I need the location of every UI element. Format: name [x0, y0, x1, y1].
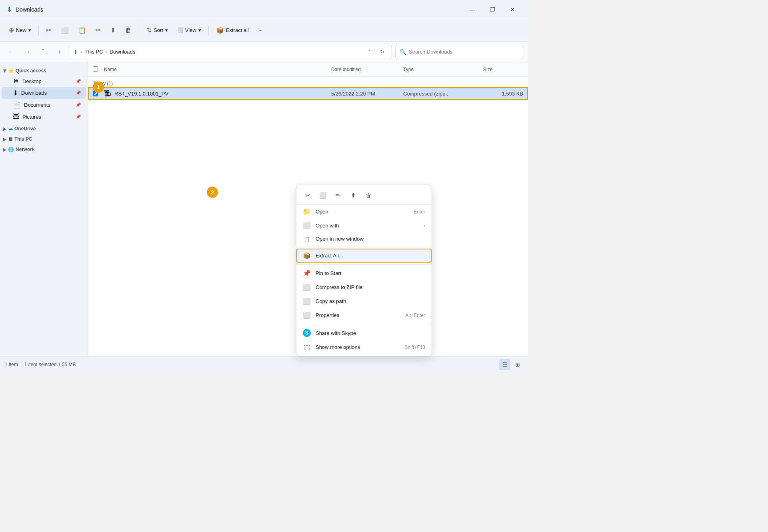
sort-icon: ⇅ [146, 26, 152, 34]
thispc-header[interactable]: ▶ 🖥 This PC [0, 135, 88, 143]
ctx-copypath-item[interactable]: ⬜ Copy as path [296, 294, 432, 308]
ctx-pintostart-item[interactable]: 📌 Pin to Start [296, 266, 432, 280]
ctx-properties-item[interactable]: ⬜ Properties Alt+Enter [296, 308, 432, 322]
select-all-check[interactable] [93, 66, 104, 73]
ctx-extractall-item[interactable]: 📦 Extract All... [296, 249, 432, 263]
address-dropdown-button[interactable]: ˅ [364, 46, 375, 58]
address-downloads: Downloads [110, 49, 135, 55]
status-bar: 1 item 1 item selected 1.55 MB ☰ ⊞ [0, 356, 528, 372]
onedrive-group: ▶ ☁ OneDrive [0, 124, 88, 134]
ctx-moreoptions-item[interactable]: ⬚ Show more options Shift+F10 [296, 340, 432, 354]
ctx-copy-button[interactable]: ⬜ [316, 189, 330, 202]
refresh-button[interactable]: ↻ [376, 46, 388, 58]
ctx-openwith-arrow: › [424, 223, 425, 229]
desktop-icon: 🖥 [13, 78, 19, 85]
ctx-compresszip-label: Compress to ZIP file [316, 284, 425, 290]
new-label: New [16, 27, 26, 33]
paste-icon: 📋 [78, 27, 86, 34]
quick-access-header[interactable]: ▶ ⭐ Quick access [0, 66, 88, 75]
ctx-compresszip-item[interactable]: ⬜ Compress to ZIP file [296, 280, 432, 294]
up-button[interactable]: ↑ [53, 46, 66, 58]
view-arrow-icon: ▾ [198, 27, 201, 33]
context-menu: ✂ ⬜ ✏ ⬆ 🗑 📁 Open Enter ⬜ Open with › [296, 185, 432, 356]
sidebar-item-downloads[interactable]: ⬇ Downloads 📌 [2, 87, 86, 99]
ctx-extract-icon: 📦 [303, 252, 311, 259]
sidebar-item-desktop[interactable]: 🖥 Desktop 📌 [2, 76, 86, 87]
close-button[interactable]: ✕ [503, 3, 522, 16]
sidebar-item-pictures[interactable]: 🖼 Pictures 📌 [2, 111, 86, 122]
ctx-open-icon: 📁 [303, 208, 311, 215]
onedrive-header[interactable]: ▶ ☁ OneDrive [0, 124, 88, 133]
ctx-opennew-item[interactable]: ⬚ Open in new window [296, 233, 432, 245]
cut-button[interactable]: ✂ [42, 24, 55, 36]
more-options-button[interactable]: ··· [254, 25, 267, 35]
copy-icon: ⬜ [61, 26, 69, 34]
sidebar: ▶ ⭐ Quick access 🖥 Desktop 📌 ⬇ Downloads… [0, 62, 88, 356]
view-icon: ☰ [178, 26, 183, 34]
network-group: ▶ 🌐 Network [0, 144, 88, 155]
content-area: Name Date modified Type Size Today (1) 🗜… [88, 62, 528, 356]
ctx-moreoptions-label: Show more options [316, 344, 400, 350]
context-menu-toolbar: ✂ ⬜ ✏ ⬆ 🗑 [296, 187, 432, 205]
tiles-view-button[interactable]: ⊞ [512, 359, 523, 370]
ctx-share-button[interactable]: ⬆ [346, 189, 360, 202]
title-bar-controls: — ❐ ✕ [463, 3, 522, 16]
extract-label: Extract all [226, 27, 249, 33]
rename-button[interactable]: ✏ [92, 24, 105, 36]
badge-2: 2 [207, 187, 218, 198]
network-header[interactable]: ▶ 🌐 Network [0, 145, 88, 154]
cut-icon: ✂ [46, 26, 51, 34]
forward-button[interactable]: → [21, 46, 34, 58]
details-view-button[interactable]: ☰ [499, 359, 510, 370]
address-breadcrumb-sep-1: › [106, 49, 107, 55]
ctx-open-item[interactable]: 📁 Open Enter [296, 205, 432, 219]
sort-button[interactable]: ⇅ Sort ▾ [142, 24, 172, 36]
quick-access-icon: ⭐ [8, 68, 14, 74]
sidebar-item-documents[interactable]: 📄 Documents 📌 [2, 99, 86, 111]
view-button[interactable]: ☰ View ▾ [174, 24, 205, 36]
title-bar: ⬇ Downloads — ❐ ✕ [0, 0, 528, 19]
ctx-delete-button[interactable]: 🗑 [361, 189, 376, 202]
share-button[interactable]: ⬆ [106, 24, 120, 36]
select-all-checkbox[interactable] [93, 66, 98, 72]
ctx-opennew-icon: ⬚ [303, 236, 311, 242]
ctx-skype-item[interactable]: S Share with Skype [296, 326, 432, 340]
downloads-sidebar-icon: ⬇ [13, 89, 18, 97]
downloads-pin-icon: 📌 [76, 90, 81, 96]
search-input[interactable] [409, 49, 519, 55]
toolbar-divider-2 [139, 25, 139, 36]
col-size-header: Size [483, 67, 523, 72]
extract-all-button[interactable]: 📦 Extract all [212, 24, 253, 36]
downloads-icon: ⬇ [6, 5, 12, 14]
documents-pin-icon: 📌 [76, 102, 81, 108]
copy-button[interactable]: ⬜ [57, 24, 73, 36]
ctx-copypath-icon: ⬜ [303, 297, 311, 305]
sort-arrow-icon: ▾ [165, 27, 168, 33]
recent-button[interactable]: ˅ [37, 46, 50, 58]
maximize-button[interactable]: ❐ [483, 3, 502, 16]
paste-button[interactable]: 📋 [74, 25, 90, 36]
pictures-icon: 🖼 [13, 113, 19, 120]
ctx-cut-button[interactable]: ✂ [300, 189, 315, 202]
search-box[interactable]: 🔍 [395, 45, 523, 59]
thispc-expand-icon: ▶ [3, 137, 6, 141]
back-button[interactable]: ← [5, 46, 18, 58]
search-icon: 🔍 [400, 49, 406, 55]
ctx-open-label: Open [316, 209, 409, 215]
status-item-count: 1 item [5, 362, 18, 367]
delete-button[interactable]: 🗑 [121, 25, 136, 36]
ctx-openwith-item[interactable]: ⬜ Open with › [296, 219, 432, 233]
file-item-rst[interactable]: 🗜 RST_V19.1.0.1001_PV 5/26/2022 2:20 PM … [88, 87, 528, 100]
ctx-rename-button[interactable]: ✏ [331, 189, 345, 202]
title-bar-left: ⬇ Downloads [6, 5, 43, 14]
ctx-skype-icon: S [303, 329, 311, 337]
onedrive-label: OneDrive [14, 126, 36, 132]
main-layout: ▶ ⭐ Quick access 🖥 Desktop 📌 ⬇ Downloads… [0, 62, 528, 356]
address-breadcrumb-sep-0: › [80, 49, 82, 55]
col-date-header: Date modified [331, 67, 403, 72]
address-bar[interactable]: ⬇ › This PC › Downloads ˅ ↻ [69, 45, 392, 59]
new-button[interactable]: ⊕ New ▾ [5, 24, 35, 36]
network-expand-icon: ▶ [3, 147, 6, 152]
delete-icon: 🗑 [125, 27, 132, 34]
minimize-button[interactable]: — [463, 3, 482, 16]
